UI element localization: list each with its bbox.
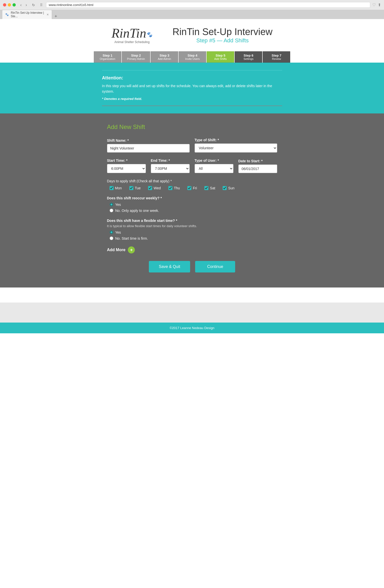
mon-label: Mon <box>115 186 122 190</box>
step-2-primary-admin[interactable]: Step 2 Primary Admin <box>122 51 150 63</box>
flexible-section: Does this shift have a flexible start ti… <box>107 219 277 240</box>
shift-name-input[interactable] <box>107 144 190 153</box>
step-1-organization[interactable]: Step 1 Organization <box>94 51 121 63</box>
flexible-yes-option[interactable]: Yes <box>110 230 277 234</box>
reoccur-radio-group: Yes No. Only apply to one week. <box>107 203 277 213</box>
shift-type-group: Type of Shift: * Volunteer Staff Other <box>195 138 277 153</box>
user-type-label: Type of User: * <box>195 159 233 163</box>
sun-checkbox[interactable] <box>223 186 227 190</box>
forward-button[interactable]: › <box>24 2 28 8</box>
active-tab[interactable]: 🐾 RinTin Set-Up Interview | Ste... ✕ <box>2 10 52 19</box>
fri-label: Fri <box>193 186 197 190</box>
step-2-sublabel: Primary Admin <box>127 57 145 60</box>
step-7-label: Step 7 <box>268 54 285 57</box>
browser-dots <box>3 3 16 7</box>
minimize-dot[interactable] <box>8 3 11 7</box>
maximize-dot[interactable] <box>13 3 16 7</box>
tue-checkbox[interactable] <box>129 186 133 190</box>
refresh-button[interactable]: ↻ <box>31 3 37 8</box>
reoccur-no-radio[interactable] <box>110 209 113 212</box>
reoccur-no-label: No. Only apply to one week. <box>115 209 159 213</box>
flexible-no-radio[interactable] <box>110 236 113 240</box>
step-4-invite-users[interactable]: Step 4 Invite Users <box>179 51 206 63</box>
fri-checkbox[interactable] <box>187 186 191 190</box>
attention-divider-bottom <box>102 106 282 106</box>
header-inner: RinTin🐾 Animal Shelter Scheduling RinTin… <box>112 27 273 44</box>
close-dot[interactable] <box>3 3 6 7</box>
wed-label: Wed <box>154 186 161 190</box>
bookmark-icon[interactable]: ♡ <box>372 3 376 7</box>
address-bar[interactable]: www.rintinonline.com/t1s5.html <box>46 2 370 8</box>
header-title-area: RinTin Set-Up Interview Step #5 — Add Sh… <box>172 27 272 44</box>
flexible-yes-radio[interactable] <box>110 230 113 234</box>
tab-close-button[interactable]: ✕ <box>47 13 49 16</box>
bottom-space <box>0 303 384 323</box>
date-start-group: Date to Start: * <box>238 159 277 173</box>
step-6-sublabel: Settings <box>240 57 257 60</box>
logo-tagline: Animal Shelter Scheduling <box>112 40 153 44</box>
sat-label: Sat <box>210 186 215 190</box>
tab-favicon: 🐾 <box>5 13 9 16</box>
continue-button[interactable]: Continue <box>195 261 235 272</box>
reoccur-yes-option[interactable]: Yes <box>110 203 277 207</box>
new-tab-button[interactable]: + <box>53 14 59 19</box>
flexible-sublabel: It is typical to allow flexible start ti… <box>107 224 277 228</box>
step-5-sublabel: Add Shifts <box>212 57 229 60</box>
wed-checkbox[interactable] <box>148 186 152 190</box>
main-title: RinTin Set-Up Interview <box>172 27 272 37</box>
user-type-group: Type of User: * All Volunteer Staff <box>195 159 233 173</box>
back-button[interactable]: ‹ <box>19 2 23 8</box>
browser-navigation: ‹ › <box>19 2 29 8</box>
attention-required: * Denotes a required field. <box>102 97 282 101</box>
start-time-select[interactable]: 6:00PM 7:00PM 8:00PM <box>107 164 146 173</box>
form-inner: Add New Shift Shift Name: * Type of Shif… <box>97 123 287 272</box>
step-7-sublabel: Review <box>268 57 285 60</box>
browser-chrome: ‹ › ↻ ⠿ www.rintinonline.com/t1s5.html ♡… <box>0 0 384 10</box>
thu-checkbox[interactable] <box>168 186 172 190</box>
start-time-label: Start Time: * <box>107 159 146 163</box>
tue-label: Tue <box>135 186 141 190</box>
progress-navigation: Step 1 Organization Step 2 Primary Admin… <box>0 51 384 63</box>
page-header: RinTin🐾 Animal Shelter Scheduling RinTin… <box>0 19 384 49</box>
flexible-no-option[interactable]: No. Start time is firm. <box>110 236 277 240</box>
reoccur-yes-label: Yes <box>115 203 121 207</box>
attention-inner: Attention: In this step you will add and… <box>97 70 287 106</box>
flexible-no-label: No. Start time is firm. <box>115 236 148 240</box>
day-thu: Thu <box>168 186 180 190</box>
flexible-yes-label: Yes <box>115 230 121 234</box>
step-5-add-shifts[interactable]: Step 5 Add Shifts <box>207 51 234 63</box>
step-6-settings[interactable]: Step 6 Settings <box>235 51 262 63</box>
sat-checkbox[interactable] <box>204 186 208 190</box>
reoccur-yes-radio[interactable] <box>110 203 113 206</box>
gap-section <box>0 287 384 303</box>
footer-text: ©2017 Leanne Nedeau Design <box>170 326 214 330</box>
logo-area: RinTin🐾 Animal Shelter Scheduling <box>112 27 153 44</box>
share-icon[interactable]: ⬆ <box>378 3 381 7</box>
step-1-label: Step 1 <box>99 54 116 57</box>
end-time-select[interactable]: 7:00PM 8:00PM 9:00PM <box>151 164 190 173</box>
days-checkboxes: Mon Tue Wed Thu <box>107 186 277 190</box>
page-footer: ©2017 Leanne Nedeau Design <box>0 323 384 333</box>
step-5-label: Step 5 <box>212 54 229 57</box>
url-text: www.rintinonline.com/t1s5.html <box>49 3 93 7</box>
attention-title: Attention: <box>102 75 282 81</box>
required-asterisk: * Denotes a required field. <box>102 97 142 101</box>
step-3-sublabel: Add Admin <box>156 57 173 60</box>
step-7-review[interactable]: Step 7 Review <box>263 51 290 63</box>
reoccur-label: Does this shift reoccur weekly? * <box>107 196 277 200</box>
attention-text: In this step you will add and set up shi… <box>102 83 282 94</box>
grid-button[interactable]: ⠿ <box>39 3 44 8</box>
step-6-label: Step 6 <box>240 54 257 57</box>
step-3-label: Step 3 <box>156 54 173 57</box>
day-tue: Tue <box>129 186 141 190</box>
add-more-button[interactable]: + <box>128 246 135 253</box>
step-3-add-admin[interactable]: Step 3 Add Admin <box>151 51 178 63</box>
date-start-input[interactable] <box>238 165 277 173</box>
mon-checkbox[interactable] <box>110 186 114 190</box>
attention-section: Attention: In this step you will add and… <box>0 63 384 113</box>
shift-type-select[interactable]: Volunteer Staff Other <box>195 143 277 153</box>
reoccur-no-option[interactable]: No. Only apply to one week. <box>110 209 277 213</box>
save-quit-button[interactable]: Save & Quit <box>149 261 190 272</box>
day-wed: Wed <box>148 186 161 190</box>
user-type-select[interactable]: All Volunteer Staff <box>195 164 233 173</box>
